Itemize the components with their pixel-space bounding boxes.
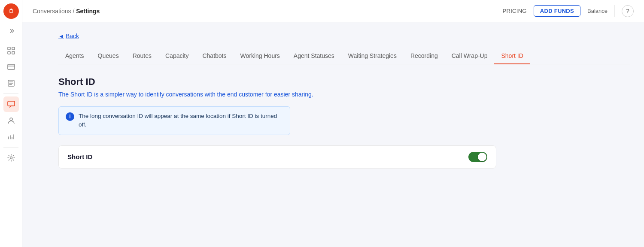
svg-rect-5 (12, 51, 15, 54)
info-icon: i (66, 112, 74, 121)
balance-label: Balance (587, 8, 608, 14)
sidebar-item-inbox[interactable] (3, 59, 19, 75)
header-divider (614, 5, 615, 17)
back-label[interactable]: Back (66, 33, 79, 39)
breadcrumb-pre: Conversations / (33, 8, 76, 15)
short-id-toggle[interactable] (468, 152, 487, 162)
svg-point-9 (10, 118, 12, 120)
back-arrow-icon: ◄ (58, 33, 64, 39)
sidebar-item-contacts[interactable] (3, 75, 19, 91)
tab-agent-statuses[interactable]: Agent Statuses (287, 48, 341, 64)
main-content: ◄ Back Agents Queues Routes Capacity Cha… (45, 22, 644, 247)
tab-working-hours[interactable]: Working Hours (234, 48, 287, 64)
svg-rect-6 (8, 64, 15, 69)
toggle-thumb (478, 153, 486, 161)
tab-chatbots[interactable]: Chatbots (195, 48, 233, 64)
header-actions: PRICING ADD FUNDS Balance ? (502, 5, 634, 17)
sidebar (0, 0, 22, 247)
sidebar-item-settings[interactable] (3, 150, 19, 166)
sidebar-item-people[interactable] (3, 113, 19, 128)
svg-point-10 (10, 157, 12, 159)
short-id-toggle-label: Short ID (67, 153, 92, 160)
sidebar-item-dashboard[interactable] (3, 43, 19, 58)
tab-call-wrap-up[interactable]: Call Wrap-Up (445, 48, 495, 64)
sidebar-divider-2 (3, 147, 18, 148)
add-funds-button[interactable]: ADD FUNDS (534, 5, 580, 17)
back-link[interactable]: ◄ Back (58, 33, 79, 39)
svg-rect-8 (8, 101, 15, 106)
sidebar-expand-button[interactable] (4, 24, 18, 38)
tab-agents[interactable]: Agents (58, 48, 91, 64)
tab-capacity[interactable]: Capacity (158, 48, 195, 64)
svg-rect-4 (8, 51, 10, 54)
svg-rect-3 (12, 47, 15, 50)
breadcrumb: Conversations / Settings (33, 8, 502, 15)
info-icon-label: i (69, 114, 70, 120)
settings-tabs: Agents Queues Routes Capacity Chatbots W… (58, 48, 630, 64)
help-button[interactable]: ? (622, 5, 634, 17)
breadcrumb-current: Settings (76, 8, 100, 15)
short-id-toggle-row: Short ID (58, 145, 496, 169)
svg-rect-2 (8, 47, 10, 50)
tab-short-id[interactable]: Short ID (494, 48, 530, 64)
tab-routes[interactable]: Routes (126, 48, 158, 64)
pricing-button[interactable]: PRICING (502, 8, 526, 14)
page-title: Short ID (58, 76, 630, 87)
sidebar-item-conversations[interactable] (3, 96, 19, 112)
sidebar-item-reports[interactable] (3, 129, 19, 145)
header: Conversations / Settings PRICING ADD FUN… (22, 0, 644, 22)
tab-queues[interactable]: Queues (91, 48, 126, 64)
tab-waiting-strategies[interactable]: Waiting Strategies (341, 48, 404, 64)
svg-point-1 (10, 10, 12, 12)
app-logo[interactable] (3, 3, 19, 19)
info-box: i The long conversation ID will appear a… (58, 106, 290, 135)
page-subtitle: The Short ID is a simpler way to identif… (58, 91, 630, 98)
sidebar-nav (0, 41, 22, 167)
sidebar-divider-1 (3, 93, 18, 94)
info-message: The long conversation ID will appear at … (79, 112, 283, 130)
tab-recording[interactable]: Recording (404, 48, 445, 64)
